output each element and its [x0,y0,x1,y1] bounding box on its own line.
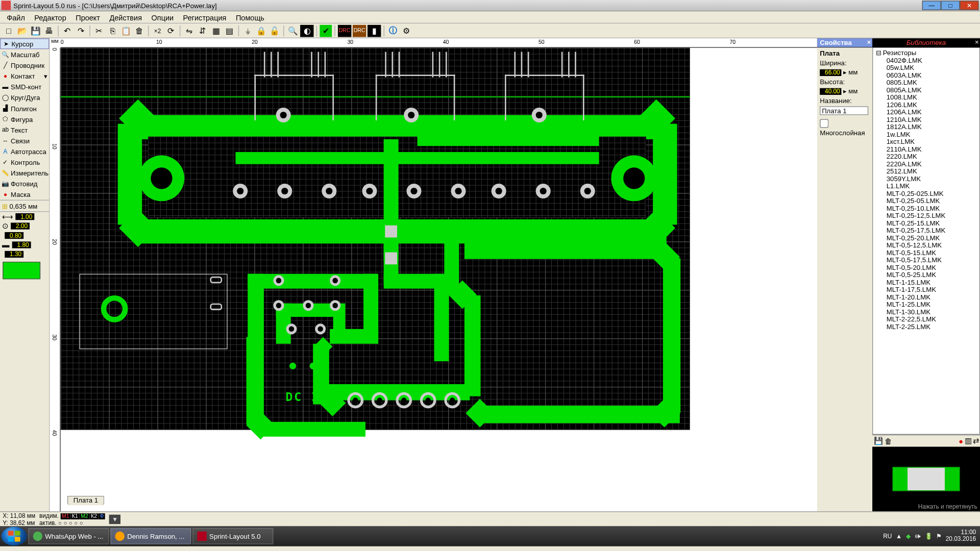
tree-leaf[interactable]: 1206A.LMK [874,108,978,116]
tool-measure[interactable]: 📏Измеритель [0,167,49,178]
width-value[interactable]: 66.00 [820,69,841,76]
tree-leaf[interactable]: MLT-2-25.LMK [874,323,978,331]
tree-leaf[interactable]: MLT-0,5-20.LMK [874,264,978,271]
start-button[interactable] [2,527,27,546]
clock[interactable]: 11:00 20.03.2016 [946,530,976,543]
language-indicator[interactable]: RU [883,533,892,539]
tree-leaf[interactable]: MLT-0,25-05.LMK [874,197,978,205]
layer-selector[interactable]: ▼ [109,514,120,523]
delete-icon[interactable]: 🗑 [133,24,145,37]
tool-control[interactable]: ✓Контроль [0,157,49,167]
tree-leaf[interactable]: 0402Ф.LMK [874,57,978,64]
tab-board[interactable]: Плата 1 [67,496,104,505]
task-item[interactable]: Sprint-Layout 5.0 [192,528,273,544]
tool-shape[interactable]: ⬠Фигура [0,114,49,124]
close-icon[interactable]: × [975,38,979,46]
tray-icon[interactable]: ◆ [906,533,911,539]
tree-leaf[interactable]: MLT-0,25-15.LMK [874,219,978,227]
menu-file[interactable]: Файл [3,12,29,21]
menu-editor[interactable]: Редактор [30,12,70,21]
lock-icon[interactable]: 🔒 [255,24,267,37]
tree-leaf[interactable]: 3059Y.LMK [874,175,978,183]
drc3-icon[interactable]: ▮ [368,24,381,37]
flip-v-icon[interactable]: ⇵ [197,24,209,37]
tree-leaf[interactable]: MLT-0,25-12,5.LMK [874,212,978,219]
new-icon[interactable]: □ [3,24,15,37]
rotate-icon[interactable]: ⟳ [165,24,177,37]
drc1-icon[interactable]: DRC [338,24,351,37]
tree-leaf[interactable]: MLT-1-17,5.LMK [874,286,978,293]
trash-icon[interactable]: 🗑 [885,437,892,445]
undo-icon[interactable]: ↶ [61,24,74,37]
drc2-icon[interactable]: DRC [353,24,366,37]
test-icon[interactable]: ✔ [320,24,332,37]
tool-polygon[interactable]: ▟Полигон [0,103,49,114]
tree-leaf[interactable]: MLT-0,5-12,5.LMK [874,241,978,249]
menu-help[interactable]: Помощь [232,12,268,21]
close-icon[interactable]: × [867,38,871,46]
tool-smd[interactable]: ▬SMD-конт [0,82,49,92]
menu-registration[interactable]: Регистрация [179,12,231,21]
task-item[interactable]: WhatsApp Web - ... [28,528,109,544]
save-icon[interactable]: 💾 [874,437,883,445]
canvas-area[interactable]: мм 0 10 20 30 40 50 60 70 0 10 20 30 40 [50,38,817,511]
tree-leaf[interactable]: 1кст.LMK [874,138,978,145]
param-4[interactable]: ▬1.80 [0,240,49,249]
tool-text[interactable]: abТекст [0,124,49,135]
tree-folder[interactable]: ⊟ Резисторы [874,49,978,57]
tree-leaf[interactable]: MLT-0,5-25.LMK [874,271,978,279]
tree-leaf[interactable]: 2220A.LMK [874,160,978,168]
group-icon[interactable]: ▦ [210,24,222,37]
unlock-icon[interactable]: 🔓 [268,24,281,37]
tree-leaf[interactable]: MLT-1-20.LMK [874,293,978,301]
height-value[interactable]: 40.00 [820,88,841,95]
tree-leaf[interactable]: 1w.LMK [874,131,978,138]
flip-icon[interactable]: ⇄ [973,437,979,445]
x2-icon[interactable]: ×2 [152,24,164,37]
tray-icon[interactable]: ⚑ [936,533,942,539]
tree-leaf[interactable]: MLT-1-25.LMK [874,300,978,308]
tree-leaf[interactable]: 05w.LMK [874,64,978,71]
menu-project[interactable]: Проект [71,12,104,21]
contrast-icon[interactable]: ◐ [300,24,313,37]
tool-photoview[interactable]: 📷Фотовид [0,178,49,189]
minimize-button[interactable]: — [922,1,941,10]
multilayer-checkbox[interactable] [820,119,828,128]
task-item[interactable]: Dennis Ramson, ... [110,528,191,544]
tray-icon[interactable]: 🕪 [915,533,921,539]
tool-connection[interactable]: ↔Связи [0,135,49,146]
flip-h-icon[interactable]: ⇋ [183,24,195,37]
tool-arc[interactable]: ◯Круг/Дуга [0,92,49,103]
tree-leaf[interactable]: MLT-0,25-20.LMK [874,234,978,242]
pcb-board[interactable]: DC IN [61,48,690,430]
component-preview[interactable]: Нажать и перетянуть [872,447,980,512]
tray-icon[interactable]: 🔋 [925,533,933,539]
info-icon[interactable]: ⓘ [387,24,399,37]
param-2[interactable]: ⊙2.00 [0,221,49,231]
tool-zoom[interactable]: 🔍Масштаб [0,49,49,60]
tool-autoroute[interactable]: AАвтотрасса [0,146,49,157]
tree-leaf[interactable]: 1210A.LMK [874,116,978,123]
tree-leaf[interactable]: 0603A.LMK [874,71,978,79]
print-icon[interactable]: 🖶 [43,24,55,37]
ground-icon[interactable]: ⏚ [241,24,254,37]
tree-leaf[interactable]: 0805A.LMK [874,86,978,94]
tool-contact[interactable]: ●Контакт▾ [0,70,49,81]
tree-leaf[interactable]: MLT-0,25-17,5.LMK [874,227,978,234]
layer-color-swatch[interactable] [3,262,40,279]
tree-leaf[interactable]: 1812A.LMK [874,123,978,131]
param-3[interactable]: 0.80 [0,231,49,240]
tree-leaf[interactable]: MLT-0,25-025.LMK [874,190,978,197]
tree-leaf[interactable]: MLT-0,25-10.LMK [874,205,978,212]
tray-icon[interactable]: ▲ [896,533,902,539]
filter-icon[interactable]: ▥ [965,437,971,445]
save-icon[interactable]: 💾 [30,24,42,37]
grid-indicator[interactable]: ⊞ 0,635 мм [0,200,49,212]
ungroup-icon[interactable]: ▤ [224,24,236,37]
param-1[interactable]: ⟷1.00 [0,212,49,221]
tree-leaf[interactable]: MLT-2-22,5.LMK [874,315,978,323]
name-input[interactable] [820,106,868,115]
tree-leaf[interactable]: MLT-1-15.LMK [874,279,978,286]
cut-icon[interactable]: ✂ [93,24,105,37]
tree-leaf[interactable]: L1.LMK [874,182,978,190]
